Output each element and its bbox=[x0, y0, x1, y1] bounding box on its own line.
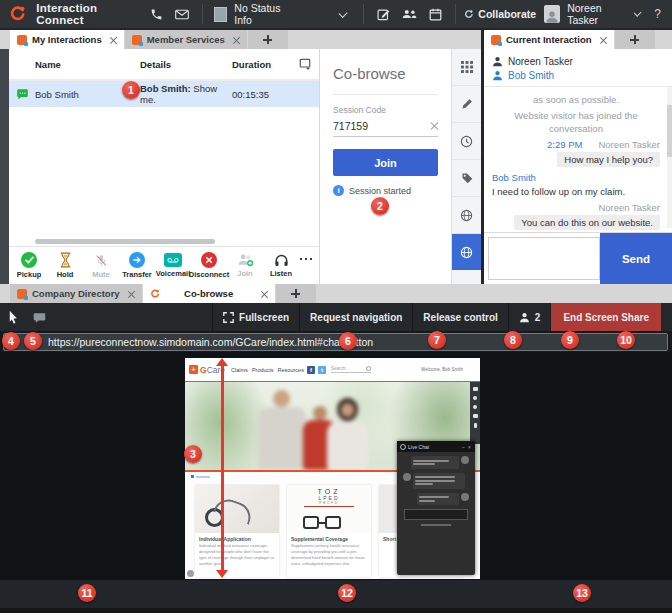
plus-icon bbox=[630, 35, 639, 44]
site-nav-resources[interactable]: Resources bbox=[278, 367, 304, 373]
facebook-icon[interactable]: f bbox=[307, 366, 315, 374]
horizontal-scrollbar[interactable] bbox=[35, 239, 215, 244]
table-row[interactable]: Bob Smith Bob Smith: Show me. 00:15:35 bbox=[9, 81, 319, 107]
card-individual-application[interactable]: Individual Application Individual medica… bbox=[195, 485, 279, 577]
message-input[interactable] bbox=[488, 237, 600, 280]
site-search-input[interactable]: Search... bbox=[331, 366, 371, 373]
column-name[interactable]: Name bbox=[9, 59, 140, 70]
phone-icon[interactable] bbox=[150, 8, 163, 21]
end-screen-share-button[interactable]: End Screen Share bbox=[550, 303, 661, 331]
column-settings-icon[interactable] bbox=[299, 58, 311, 70]
collapsed-sidebar-strip[interactable] bbox=[0, 49, 9, 284]
close-icon[interactable] bbox=[128, 290, 135, 297]
minimize-close-icons[interactable]: – × bbox=[462, 444, 472, 450]
shared-website[interactable]: + GCare Claims Products Resources f t Se… bbox=[185, 358, 480, 579]
chat-scrollbar[interactable] bbox=[667, 87, 672, 228]
compose-icon[interactable] bbox=[377, 8, 390, 21]
fullscreen-button[interactable]: Fullscreen bbox=[212, 303, 299, 331]
annotation-badge-1: 1 bbox=[122, 81, 140, 99]
transfer-button[interactable]: Transfer bbox=[119, 252, 155, 279]
tab-current-interaction[interactable]: Current Interaction bbox=[484, 30, 614, 49]
tab-company-directory[interactable]: Company Directory bbox=[10, 284, 142, 303]
tags-button[interactable] bbox=[452, 160, 481, 197]
voicemail-button[interactable]: Voicemail bbox=[155, 253, 191, 278]
tab-cobrowse[interactable]: Co-browse bbox=[143, 284, 275, 303]
apps-grid-button[interactable] bbox=[452, 49, 481, 86]
directory-tab-icon bbox=[17, 289, 27, 299]
mail-icon bbox=[473, 414, 478, 418]
participant-visitor[interactable]: Bob Smith bbox=[492, 68, 664, 82]
column-details[interactable]: Details bbox=[140, 59, 232, 70]
live-chat-messages bbox=[397, 452, 475, 530]
close-icon[interactable] bbox=[600, 36, 607, 43]
clear-icon[interactable] bbox=[430, 122, 438, 130]
participants: Noreen Tasker Bob Smith bbox=[484, 49, 672, 87]
eye-chart-image: TOZ LPED PECFD bbox=[287, 485, 371, 533]
twitter-icon[interactable]: t bbox=[318, 366, 326, 374]
close-icon[interactable] bbox=[233, 36, 240, 43]
annotation-badge-9: 9 bbox=[561, 331, 579, 349]
add-tab-button[interactable] bbox=[276, 284, 316, 303]
chat-interaction-icon bbox=[9, 88, 35, 100]
collaborate-icon[interactable] bbox=[463, 8, 475, 21]
tab-my-interactions[interactable]: My Interactions bbox=[10, 30, 124, 49]
web-button[interactable] bbox=[452, 197, 481, 234]
help-button[interactable]: ? bbox=[654, 7, 661, 21]
calendar-icon[interactable] bbox=[429, 8, 442, 21]
user-name[interactable]: Noreen Tasker bbox=[567, 2, 628, 26]
participants-count-button[interactable]: 2 bbox=[508, 303, 551, 331]
disconnect-button[interactable]: Disconnect bbox=[191, 252, 227, 279]
status-label[interactable]: No Status Info bbox=[234, 2, 293, 26]
annotation-badge-8: 8 bbox=[504, 331, 522, 349]
session-code-label: Session Code bbox=[333, 105, 438, 115]
close-icon[interactable] bbox=[110, 36, 117, 43]
participant-agent[interactable]: Noreen Tasker bbox=[492, 54, 664, 68]
user-avatar[interactable] bbox=[544, 5, 560, 23]
notes-button[interactable] bbox=[452, 86, 481, 123]
annotation-badge-7: 7 bbox=[428, 331, 446, 349]
add-tab-button[interactable] bbox=[248, 30, 288, 49]
join-session-button[interactable]: Join bbox=[333, 149, 438, 176]
plus-icon bbox=[263, 35, 272, 44]
join-button[interactable]: Join bbox=[227, 253, 263, 278]
cobrowse-rail-button[interactable] bbox=[452, 234, 481, 270]
chevron-down-icon[interactable] bbox=[634, 9, 642, 17]
history-button[interactable] bbox=[452, 123, 481, 160]
live-chat-input[interactable] bbox=[404, 509, 468, 520]
site-nav-claims[interactable]: Claims bbox=[231, 367, 248, 373]
clock-icon bbox=[460, 135, 473, 148]
chat-transcript[interactable]: as soon as possible. Website visitor has… bbox=[484, 87, 672, 231]
email-icon[interactable] bbox=[175, 9, 189, 20]
card-supplemental-coverage[interactable]: TOZ LPED PECFD Supplemental Coverage Sup… bbox=[287, 485, 371, 577]
row-duration: 00:15:35 bbox=[232, 89, 284, 100]
send-button[interactable]: Send bbox=[600, 233, 672, 284]
site-welcome-text[interactable]: Welcome, Bob Smith bbox=[421, 367, 463, 372]
pickup-button[interactable]: Pickup bbox=[11, 252, 47, 279]
tab-member-services[interactable]: Member Services bbox=[125, 30, 247, 49]
more-options-icon[interactable] bbox=[299, 257, 313, 261]
request-navigation-button[interactable]: Request navigation bbox=[299, 303, 412, 331]
accessibility-icon[interactable] bbox=[187, 570, 194, 577]
column-duration[interactable]: Duration bbox=[232, 59, 284, 70]
tag-icon bbox=[461, 172, 473, 184]
chevron-down-icon[interactable] bbox=[338, 8, 347, 17]
pointer-tool-button[interactable] bbox=[0, 303, 26, 331]
release-control-button[interactable]: Release control bbox=[412, 303, 507, 331]
add-tab-button[interactable] bbox=[615, 30, 655, 49]
session-code-input[interactable]: 717159 bbox=[333, 120, 368, 132]
chat-bubble-icon bbox=[33, 312, 46, 323]
chat-tab-icon bbox=[491, 35, 501, 45]
collaborate-label[interactable]: Collaborate bbox=[478, 8, 536, 20]
mute-button[interactable]: Mute bbox=[83, 253, 119, 279]
mute-mic-icon bbox=[94, 253, 108, 268]
hold-button[interactable]: Hold bbox=[47, 252, 83, 279]
site-nav-products[interactable]: Products bbox=[252, 367, 274, 373]
site-contact-strip[interactable] bbox=[470, 382, 480, 444]
live-chat-widget[interactable]: Live Chat – × bbox=[397, 441, 475, 575]
annotation-tool-button[interactable] bbox=[26, 303, 52, 331]
close-icon[interactable] bbox=[261, 290, 268, 297]
shared-screen-viewport[interactable]: + GCare Claims Products Resources f t Se… bbox=[0, 352, 672, 580]
people-icon[interactable] bbox=[402, 9, 417, 19]
listen-button[interactable]: Listen bbox=[263, 253, 299, 278]
site-link[interactable] bbox=[191, 475, 210, 478]
